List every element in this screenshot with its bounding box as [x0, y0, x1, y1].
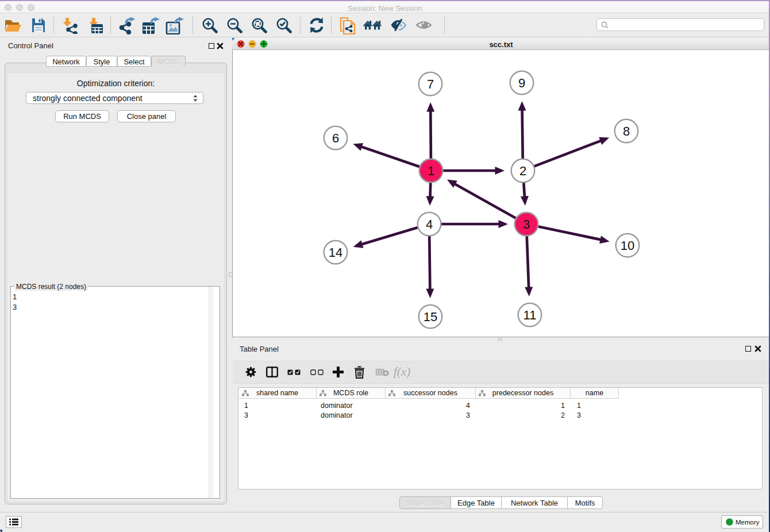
svg-text:6: 6 [332, 131, 339, 145]
svg-text:11: 11 [523, 308, 537, 322]
svg-text:1: 1 [428, 164, 434, 178]
svg-text:2: 2 [519, 164, 526, 178]
svg-text:8: 8 [623, 124, 630, 138]
svg-text:14: 14 [329, 245, 342, 260]
svg-text:10: 10 [621, 238, 634, 253]
svg-text:9: 9 [518, 76, 525, 90]
svg-text:15: 15 [424, 310, 437, 324]
svg-text:3: 3 [523, 217, 530, 232]
svg-text:7: 7 [427, 77, 434, 91]
svg-text:4: 4 [426, 217, 433, 232]
